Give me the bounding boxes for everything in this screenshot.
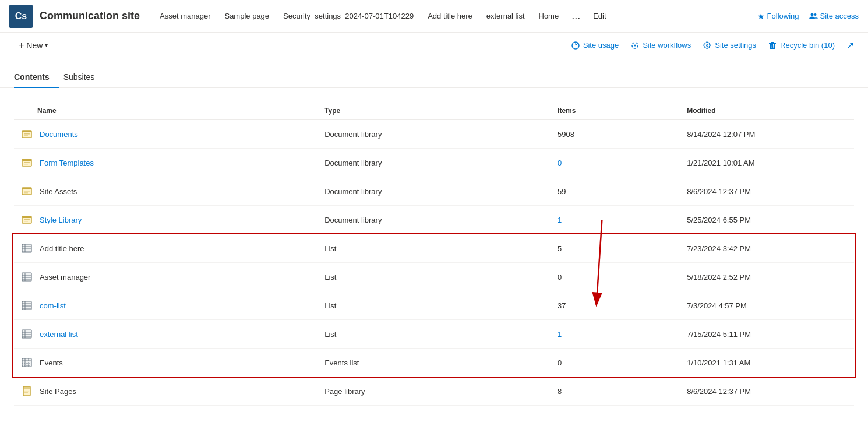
- following-button[interactable]: ★ Following: [757, 12, 799, 21]
- svg-rect-19: [24, 219, 30, 220]
- tabs: Contents Subsites: [0, 68, 868, 88]
- pages-icon: [19, 383, 35, 399]
- item-count: 5: [558, 234, 687, 263]
- recycle-bin-button[interactable]: Recycle bin (10): [768, 41, 835, 50]
- nav-edit-button[interactable]: Edit: [587, 9, 612, 23]
- item-modified: 8/6/2024 12:37 PM: [687, 177, 854, 206]
- table-row: Form TemplatesDocument library01/21/2021…: [14, 149, 854, 177]
- expand-button[interactable]: ↗: [846, 40, 854, 51]
- item-modified: 8/14/2024 12:07 PM: [687, 120, 854, 149]
- item-name[interactable]: Documents: [40, 130, 78, 139]
- item-type: Document library: [324, 177, 558, 206]
- svg-rect-48: [23, 386, 30, 389]
- table-row: Style LibraryDocument library15/25/2024 …: [14, 206, 854, 234]
- settings-icon: [703, 41, 712, 50]
- svg-rect-8: [24, 135, 28, 136]
- site-usage-button[interactable]: Site usage: [571, 41, 619, 50]
- library-icon: [19, 154, 35, 171]
- item-modified: 7/15/2024 5:11 PM: [687, 320, 854, 349]
- item-modified: 8/6/2024 12:37 PM: [687, 377, 854, 406]
- item-count: 0: [558, 349, 687, 377]
- item-name[interactable]: com-list: [40, 301, 66, 310]
- library-icon: [19, 126, 35, 142]
- item-name[interactable]: external list: [40, 330, 78, 339]
- tab-contents[interactable]: Contents: [14, 68, 59, 87]
- item-type: Document library: [324, 149, 558, 177]
- col-header-type[interactable]: Type: [324, 102, 558, 120]
- nav-item-add-title[interactable]: Add title here: [422, 9, 478, 23]
- nav-item-home[interactable]: Home: [533, 9, 565, 23]
- header: Cs Communication site Asset manager Samp…: [0, 0, 868, 33]
- svg-rect-11: [24, 162, 30, 163]
- svg-rect-6: [22, 131, 31, 132]
- svg-rect-15: [24, 191, 30, 192]
- events-icon: [19, 354, 35, 371]
- item-modified: 1/21/2021 10:01 AM: [687, 149, 854, 177]
- svg-point-0: [810, 13, 813, 16]
- name-cell: Documents: [19, 126, 317, 142]
- name-cell: Add title here: [19, 240, 317, 256]
- site-workflows-button[interactable]: Site workflows: [630, 41, 691, 50]
- list-icon: [19, 269, 35, 285]
- table-row: EventsEvents list01/10/2021 1:31 AM: [14, 349, 854, 377]
- new-label: New: [26, 41, 43, 50]
- nav-item-security-settings[interactable]: Security_settings_2024-07-01T104229: [277, 9, 419, 23]
- content-area: Name Type Items Modified DocumentsD: [0, 88, 868, 406]
- tab-subsites[interactable]: Subsites: [63, 68, 104, 87]
- item-type: Page library: [324, 377, 558, 406]
- site-access-button[interactable]: Site access: [809, 12, 859, 21]
- nav-item-asset-manager[interactable]: Asset manager: [154, 9, 216, 23]
- item-name: Asset manager: [40, 273, 90, 282]
- chevron-down-icon: ▾: [45, 42, 48, 48]
- item-count: 5908: [558, 120, 687, 149]
- site-access-label: Site access: [820, 12, 859, 20]
- svg-point-4: [634, 44, 636, 46]
- item-name: Events: [40, 358, 63, 367]
- site-settings-button[interactable]: Site settings: [703, 41, 756, 50]
- item-count[interactable]: 1: [558, 206, 687, 234]
- site-logo[interactable]: Cs: [9, 5, 33, 28]
- table-row: com-listList377/3/2024 4:57 PM: [14, 291, 854, 320]
- nav-more-button[interactable]: ...: [567, 8, 585, 24]
- item-type: List: [324, 263, 558, 291]
- col-header-modified[interactable]: Modified: [687, 102, 854, 120]
- site-settings-label: Site settings: [715, 41, 756, 50]
- item-name[interactable]: Form Templates: [40, 159, 94, 167]
- svg-rect-49: [24, 391, 29, 391]
- col-header-name[interactable]: Name: [14, 102, 324, 120]
- item-name[interactable]: Style Library: [40, 216, 82, 224]
- new-button[interactable]: + New ▾: [14, 38, 52, 53]
- item-name: Add title here: [40, 244, 84, 253]
- plus-icon: +: [19, 40, 24, 51]
- col-header-items[interactable]: Items: [558, 102, 687, 120]
- people-icon: [809, 12, 818, 21]
- trash-icon: [768, 41, 777, 50]
- svg-rect-18: [22, 216, 31, 218]
- following-label: Following: [767, 12, 799, 20]
- item-modified: 7/23/2024 3:42 PM: [687, 234, 854, 263]
- item-modified: 5/25/2024 6:55 PM: [687, 206, 854, 234]
- table-row: Site AssetsDocument library598/6/2024 12…: [14, 177, 854, 206]
- name-cell: Form Templates: [19, 154, 317, 171]
- list-icon: [19, 240, 35, 256]
- chart-icon: [571, 41, 580, 50]
- site-usage-label: Site usage: [583, 41, 619, 50]
- item-count: 37: [558, 291, 687, 320]
- main-nav: Asset manager Sample page Security_setti…: [154, 8, 757, 24]
- item-count[interactable]: 1: [558, 320, 687, 349]
- nav-item-sample-page[interactable]: Sample page: [218, 9, 275, 23]
- item-name: Site Pages: [40, 387, 76, 396]
- svg-rect-16: [24, 192, 28, 194]
- nav-item-external-list[interactable]: external list: [481, 9, 531, 23]
- site-title: Communication site: [40, 10, 140, 22]
- name-cell: Site Pages: [19, 383, 317, 399]
- recycle-bin-label: Recycle bin (10): [780, 41, 835, 50]
- item-modified: 7/3/2024 4:57 PM: [687, 291, 854, 320]
- item-count[interactable]: 0: [558, 149, 687, 177]
- library-icon: [19, 183, 35, 199]
- svg-rect-20: [24, 221, 28, 222]
- svg-point-1: [814, 13, 816, 16]
- svg-rect-14: [22, 188, 31, 189]
- svg-rect-7: [24, 133, 30, 135]
- table-row: Site PagesPage library88/6/2024 12:37 PM: [14, 377, 854, 406]
